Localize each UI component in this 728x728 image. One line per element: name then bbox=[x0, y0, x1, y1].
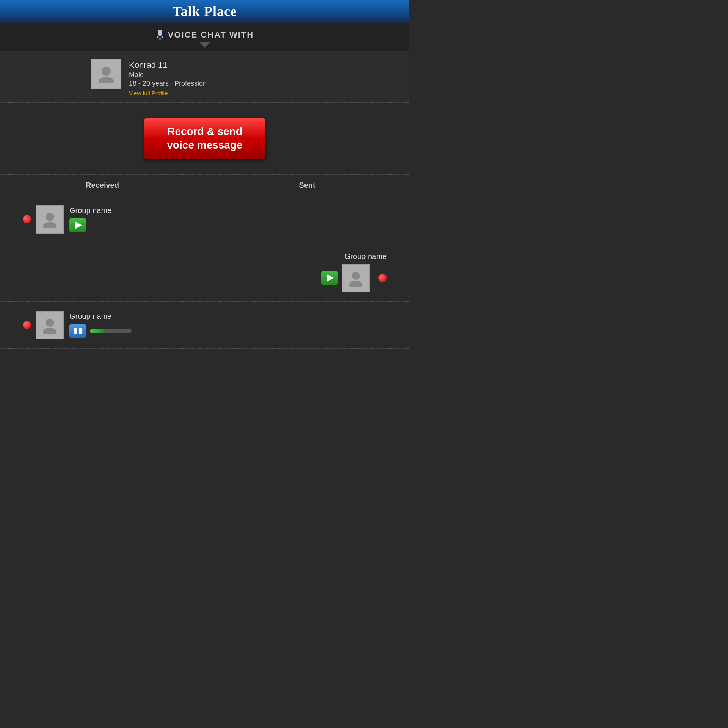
view-profile-link[interactable]: View full Profile bbox=[129, 90, 207, 96]
message-row: Group name bbox=[0, 196, 410, 243]
svg-point-3 bbox=[102, 67, 111, 76]
message-group-name: Group name bbox=[345, 252, 387, 261]
svg-rect-0 bbox=[158, 30, 162, 36]
divider-bottom bbox=[0, 349, 410, 349]
unread-indicator bbox=[23, 321, 31, 329]
record-send-button[interactable]: Record & send voice message bbox=[144, 118, 265, 159]
sent-top-row bbox=[321, 264, 387, 292]
voice-chat-title-row: VOICE CHAT WITH bbox=[156, 30, 254, 40]
user-silhouette-icon bbox=[41, 211, 58, 228]
message-row: Group name bbox=[0, 243, 410, 302]
play-triangle-icon bbox=[75, 221, 82, 229]
message-avatar bbox=[342, 264, 370, 292]
voice-chat-bar: VOICE CHAT WITH bbox=[0, 23, 410, 51]
profile-gender: Male bbox=[129, 71, 207, 79]
svg-rect-1 bbox=[159, 38, 160, 40]
message-avatar bbox=[36, 311, 64, 339]
messages-section: Received Sent Group name Group name bbox=[0, 175, 410, 349]
messages-header: Received Sent bbox=[0, 175, 410, 196]
app-header: Talk Place bbox=[0, 0, 410, 23]
message-avatar bbox=[36, 205, 64, 234]
pause-bar-left bbox=[74, 328, 77, 334]
record-section: Record & send voice message bbox=[0, 103, 410, 175]
profile-info: Konrad 11 Male 18 - 20 years Profession … bbox=[129, 59, 207, 96]
play-triangle-icon bbox=[327, 274, 334, 282]
app-title: Talk Place bbox=[173, 3, 237, 19]
svg-point-7 bbox=[352, 271, 360, 280]
message-content: Group name bbox=[69, 312, 132, 338]
user-silhouette-icon bbox=[97, 64, 116, 83]
chevron-down-icon bbox=[199, 42, 210, 48]
sent-column-header: Sent bbox=[205, 181, 410, 190]
svg-point-10 bbox=[43, 328, 57, 333]
unread-indicator bbox=[378, 274, 387, 282]
profile-name: Konrad 11 bbox=[129, 60, 207, 70]
pause-button[interactable] bbox=[69, 324, 86, 338]
profile-section: Konrad 11 Male 18 - 20 years Profession … bbox=[0, 51, 410, 103]
svg-point-6 bbox=[43, 222, 57, 228]
message-content: Group name bbox=[69, 206, 111, 232]
pause-bar-right bbox=[79, 328, 82, 334]
message-row: Group name bbox=[0, 302, 410, 349]
svg-point-8 bbox=[349, 281, 363, 286]
audio-progress-fill bbox=[90, 329, 105, 333]
play-button[interactable] bbox=[321, 271, 338, 285]
user-silhouette-icon bbox=[41, 317, 58, 334]
profile-age-profession: 18 - 20 years Profession bbox=[129, 80, 207, 88]
playing-row bbox=[69, 324, 132, 338]
svg-rect-2 bbox=[158, 40, 162, 40]
audio-progress-bar bbox=[90, 329, 132, 333]
message-group-name: Group name bbox=[69, 312, 132, 321]
sent-message-content: Group name bbox=[321, 252, 387, 292]
message-group-name: Group name bbox=[69, 206, 111, 215]
svg-point-4 bbox=[99, 77, 114, 83]
received-column-header: Received bbox=[0, 181, 205, 190]
svg-point-9 bbox=[46, 318, 54, 327]
unread-indicator bbox=[23, 215, 31, 223]
svg-point-5 bbox=[46, 213, 54, 221]
voice-chat-label: VOICE CHAT WITH bbox=[168, 30, 254, 40]
play-button[interactable] bbox=[69, 218, 86, 232]
user-silhouette-icon bbox=[347, 270, 364, 287]
microphone-icon bbox=[156, 30, 164, 40]
profile-avatar bbox=[91, 59, 121, 89]
